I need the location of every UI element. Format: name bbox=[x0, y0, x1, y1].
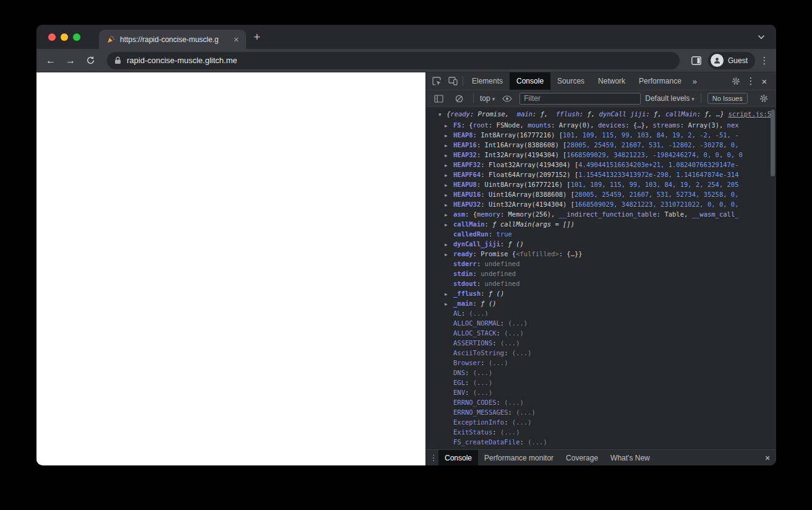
log-levels-dropdown[interactable]: Default levels▾ bbox=[645, 94, 694, 103]
tab-close-icon[interactable]: × bbox=[231, 35, 241, 45]
context-selector[interactable]: top▾ bbox=[480, 94, 495, 103]
collapsed-arrow-icon: ▸ bbox=[445, 299, 453, 308]
console-property-row[interactable]: ▸HEAPU32: Uint32Array(4194304) [16685090… bbox=[426, 199, 776, 209]
drawer-tab-coverage[interactable]: Coverage bbox=[560, 450, 604, 465]
console-property-row[interactable]: ▸HEAPF32: Float32Array(4194304) [4.49044… bbox=[426, 160, 776, 170]
console-property-row[interactable]: ▸dynCall_jiji: ƒ () bbox=[426, 239, 776, 249]
property-name: _fflush bbox=[453, 290, 481, 297]
console-property-row[interactable]: ▸HEAPF64: Float64Array(2097152) [1.15454… bbox=[426, 170, 776, 179]
inspect-element-icon[interactable] bbox=[429, 72, 445, 90]
collapsed-arrow-icon: ▸ bbox=[445, 180, 453, 189]
property-name: HEAP8 bbox=[453, 131, 473, 139]
property-name: HEAP32 bbox=[453, 151, 477, 158]
drawer-tab-performance-monitor[interactable]: Performance monitor bbox=[478, 450, 560, 465]
profile-chip[interactable]: Guest bbox=[708, 52, 755, 69]
side-panel-icon[interactable] bbox=[688, 53, 704, 69]
object-preview[interactable]: ▾{ready: Promise, _main: ƒ, _fflush: ƒ, … bbox=[431, 110, 723, 118]
property-name: HEAPF64 bbox=[453, 171, 481, 178]
console-property-row: ALLOC_STACK: (...) bbox=[426, 328, 776, 338]
no-arrow-spacer bbox=[445, 408, 453, 417]
drawer-tab-whats-new[interactable]: What's New bbox=[604, 450, 656, 465]
console-property-row[interactable]: ▸_main: ƒ () bbox=[426, 298, 776, 308]
console-property-row[interactable]: ▸HEAPU8: Uint8Array(16777216) [101, 109,… bbox=[426, 179, 776, 189]
tab-sources[interactable]: Sources bbox=[550, 72, 591, 90]
property-name: stdout bbox=[453, 280, 477, 287]
browser-toolbar: ← → rapid-concise-muscle.glitch.me bbox=[36, 49, 776, 72]
address-bar[interactable]: rapid-concise-muscle.glitch.me bbox=[107, 52, 680, 69]
console-property-row: ASSERTIONS: (...) bbox=[426, 338, 776, 348]
console-property-row[interactable]: ▸HEAPU16: Uint16Array(8388608) [28005, 2… bbox=[426, 189, 776, 199]
zoom-window-button[interactable] bbox=[73, 33, 80, 41]
console-property-row[interactable]: ▸asm: {memory: Memory(256), __indirect_f… bbox=[426, 209, 776, 219]
property-name: ExceptionInfo bbox=[453, 418, 504, 426]
console-property-row: ERRNO_CODES: (...) bbox=[426, 397, 776, 407]
console-property-row: ERRNO_MESSAGES: (...) bbox=[426, 407, 776, 417]
no-arrow-spacer bbox=[445, 339, 453, 348]
collapsed-arrow-icon: ▸ bbox=[445, 121, 453, 130]
collapsed-arrow-icon: ▸ bbox=[445, 289, 453, 298]
tab-performance[interactable]: Performance bbox=[632, 72, 688, 90]
property-name: ENV bbox=[453, 389, 465, 396]
property-name: AL bbox=[453, 309, 461, 317]
live-expression-eye-icon[interactable] bbox=[499, 90, 515, 106]
console-property-row: AsciiToString: (...) bbox=[426, 348, 776, 358]
console-scrollbar[interactable] bbox=[769, 107, 776, 449]
no-arrow-spacer bbox=[445, 309, 453, 318]
property-name: EGL bbox=[453, 379, 465, 386]
drawer-kebab-icon[interactable]: ⋮ bbox=[429, 453, 438, 462]
console-property-row: ENV: (...) bbox=[426, 387, 776, 397]
console-property-row[interactable]: ▸callMain: ƒ callMain(args = []) bbox=[426, 219, 776, 229]
console-property-row[interactable]: ▸HEAP8: Int8Array(16777216) [101, 109, 1… bbox=[426, 130, 776, 140]
no-arrow-spacer bbox=[445, 368, 453, 378]
issues-button[interactable]: No Issues bbox=[707, 93, 748, 104]
settings-gear-icon[interactable] bbox=[728, 77, 744, 85]
tab-elements[interactable]: Elements bbox=[465, 72, 510, 90]
console-property-row: ALLOC_NORMAL: (...) bbox=[426, 318, 776, 328]
drawer-close-icon[interactable]: × bbox=[761, 453, 774, 463]
tab-network[interactable]: Network bbox=[591, 72, 632, 90]
filter-input[interactable] bbox=[519, 93, 641, 105]
property-name: FS_createDataFile bbox=[453, 438, 519, 446]
minimize-window-button[interactable] bbox=[61, 33, 68, 41]
no-arrow-spacer bbox=[445, 398, 453, 407]
console-settings-gear-icon[interactable] bbox=[756, 90, 772, 106]
scrollbar-thumb[interactable] bbox=[771, 110, 775, 176]
console-property-row[interactable]: ▸FS: {root: FSNode, mounts: Array(0), de… bbox=[426, 120, 776, 130]
console-property-row[interactable]: ▸HEAP16: Int16Array(8388608) [28005, 254… bbox=[426, 140, 776, 150]
no-arrow-spacer bbox=[445, 230, 453, 239]
drawer-tab-console[interactable]: Console bbox=[438, 450, 478, 465]
console-property-row[interactable]: ▸_fflush: ƒ () bbox=[426, 288, 776, 298]
console-property-row[interactable]: ▸HEAP32: Int32Array(4194304) [1668509029… bbox=[426, 150, 776, 160]
devtools-close-icon[interactable]: × bbox=[758, 76, 771, 87]
clear-console-icon[interactable] bbox=[451, 90, 467, 106]
content-area: Elements Console Sources Network Perform… bbox=[36, 72, 776, 465]
console-property-row: ExitStatus: (...) bbox=[426, 427, 776, 437]
more-tabs-icon[interactable]: » bbox=[688, 77, 701, 86]
console-messages: ▾{ready: Promise, _main: ƒ, _fflush: ƒ, … bbox=[426, 107, 776, 449]
browser-window: https://rapid-concise-muscle.g × + ← → r… bbox=[36, 25, 776, 465]
no-arrow-spacer bbox=[445, 329, 453, 338]
reload-icon[interactable] bbox=[82, 53, 98, 69]
browser-menu-kebab-icon[interactable]: ⋮ bbox=[759, 55, 770, 66]
tab-search-chevron-icon[interactable] bbox=[758, 35, 765, 40]
devtools-menu-kebab-icon[interactable]: ⋮ bbox=[745, 76, 756, 87]
property-name: ready bbox=[453, 250, 473, 257]
device-toolbar-icon[interactable] bbox=[445, 72, 461, 90]
console-property-row[interactable]: ▸ready: Promise {<fulfilled>: {…}} bbox=[426, 249, 776, 259]
property-name: _main bbox=[453, 300, 473, 307]
forward-icon[interactable]: → bbox=[62, 53, 79, 69]
profile-name: Guest bbox=[728, 56, 748, 65]
browser-tab[interactable]: https://rapid-concise-muscle.g × bbox=[99, 30, 246, 49]
source-location-link[interactable]: script.js:5 bbox=[728, 110, 771, 118]
tab-console[interactable]: Console bbox=[510, 72, 550, 90]
close-window-button[interactable] bbox=[48, 33, 56, 41]
property-name: HEAPU32 bbox=[453, 201, 481, 208]
devtools-drawer: ⋮ Console Performance monitor Coverage W… bbox=[426, 449, 776, 465]
back-icon[interactable]: ← bbox=[43, 53, 59, 69]
no-arrow-spacer bbox=[445, 428, 453, 437]
no-arrow-spacer bbox=[445, 348, 453, 358]
console-property-row: stderr: undefined bbox=[426, 259, 776, 269]
console-sidebar-icon[interactable] bbox=[430, 90, 447, 106]
new-tab-button[interactable]: + bbox=[254, 30, 260, 44]
property-name: Browser bbox=[453, 359, 481, 366]
